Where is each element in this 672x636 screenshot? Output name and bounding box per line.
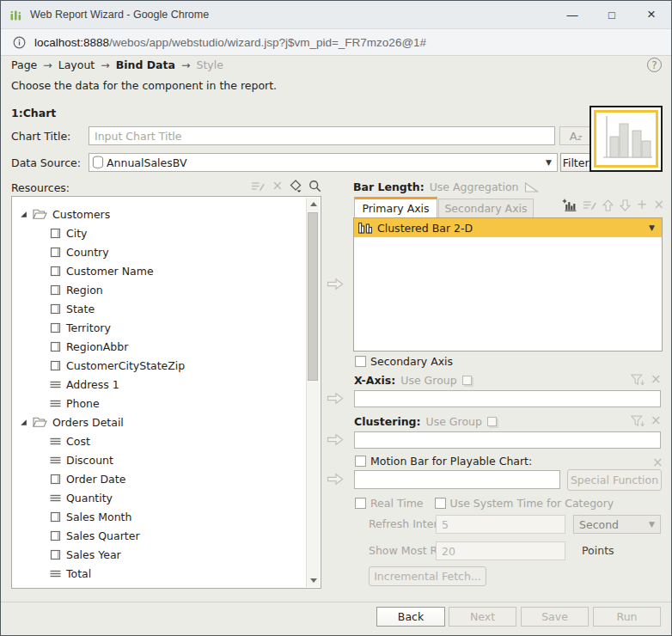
real-time-checkbox[interactable] [355, 498, 366, 509]
edit-list-icon[interactable] [583, 199, 596, 211]
transfer-arrow-icon[interactable] [327, 473, 344, 486]
chart-preview[interactable] [590, 106, 663, 172]
chart-type-selected-row[interactable]: Clustered Bar 2-D ▼ [354, 218, 662, 237]
tree-item-territory[interactable]: Territory [13, 318, 307, 337]
refresh-unit-select[interactable]: Second ▼ [573, 515, 661, 534]
clustering-tools: × [631, 414, 662, 427]
filter-funnel-icon[interactable] [631, 374, 645, 386]
incremental-fetch-button[interactable]: Incremental Fetch... [369, 566, 486, 586]
detail-field-icon [50, 379, 61, 390]
transfer-arrow-icon[interactable] [327, 278, 344, 290]
motion-bar-input[interactable] [354, 470, 560, 489]
scroll-down-button[interactable] [307, 574, 320, 587]
filter-funnel-icon[interactable] [631, 415, 645, 427]
tree-scrollbar[interactable] [306, 198, 320, 587]
edit-list-icon[interactable] [251, 180, 265, 193]
tree-item-discount[interactable]: Discount [13, 450, 307, 469]
transfer-arrow-icon[interactable] [327, 392, 344, 405]
footer-divider [1, 602, 671, 602]
tree-item-sales-quarter[interactable]: Sales Quarter [13, 526, 307, 545]
remove-icon[interactable]: × [652, 456, 663, 469]
step-bind-data[interactable]: Bind Data [116, 58, 175, 71]
data-source-label: Data Source: [11, 156, 81, 169]
clustering-input[interactable] [354, 431, 661, 449]
tab-primary-axis[interactable]: Primary Axis [354, 197, 437, 217]
remove-icon[interactable]: × [651, 414, 662, 427]
group-field-icon [50, 511, 61, 523]
tree-item-sales-year[interactable]: Sales Year [13, 545, 307, 564]
tree-item-label: Country [66, 246, 109, 259]
scrollbar-thumb[interactable] [308, 212, 318, 381]
dropdown-arrow-icon[interactable]: ▼ [546, 158, 552, 167]
step-page[interactable]: Page [11, 58, 37, 71]
tab-label: Secondary Axis [444, 202, 527, 215]
save-button[interactable]: Save [521, 607, 589, 627]
tree-item-phone[interactable]: Phone [13, 394, 307, 413]
back-button[interactable]: Back [376, 607, 445, 627]
remove-icon[interactable]: × [653, 199, 664, 211]
remove-icon[interactable]: × [272, 180, 283, 193]
x-axis-input[interactable] [354, 390, 661, 407]
group-field-icon [50, 303, 61, 315]
tab-secondary-axis[interactable]: Secondary Axis [438, 199, 534, 217]
clustered-bar-icon [357, 221, 373, 235]
dropdown-arrow-icon[interactable]: ▼ [649, 223, 655, 232]
tree-item-city[interactable]: City [13, 223, 307, 242]
tree-item-state[interactable]: State [13, 299, 307, 318]
motion-bar-checkbox[interactable] [355, 456, 366, 467]
remove-icon[interactable]: × [651, 373, 662, 386]
special-function-button[interactable]: Special Function [567, 469, 662, 491]
tree-item-total[interactable]: Total [13, 564, 307, 583]
tree-item-customer-name[interactable]: Customer Name [13, 261, 307, 280]
help-icon[interactable]: ? [647, 58, 662, 72]
refresh-interval-input[interactable] [436, 515, 565, 534]
expander-icon[interactable] [20, 419, 27, 426]
tree-item-quantity[interactable]: Quantity [13, 488, 307, 507]
url-text[interactable]: localhost:8888/webos/app/webstudio/wizar… [34, 36, 426, 49]
next-button[interactable]: Next [449, 607, 516, 627]
use-group-icon[interactable] [487, 417, 497, 426]
minimize-button[interactable]: — [553, 1, 592, 28]
secondary-axis-checkbox[interactable] [355, 356, 366, 367]
transfer-arrow-icon[interactable] [327, 433, 344, 446]
add-icon[interactable]: + [637, 199, 648, 211]
font-style-button[interactable]: Az [559, 126, 591, 145]
detail-field-icon [50, 568, 61, 579]
tree-item-regionabbr[interactable]: RegionAbbr [13, 337, 307, 356]
run-button[interactable]: Run [593, 607, 661, 627]
tree-item-order-date[interactable]: Order Date [13, 469, 307, 488]
tree-item-customercitystatezip[interactable]: CustomerCityStateZip [13, 356, 307, 375]
x-axis-label: X-Axis: [354, 374, 395, 387]
tree-item-address-1[interactable]: Address 1 [13, 375, 307, 394]
close-button[interactable]: × [632, 1, 671, 28]
tree-item-country[interactable]: Country [13, 242, 307, 261]
secondary-axis-label: Secondary Axis [370, 355, 453, 368]
step-style[interactable]: Style [196, 58, 223, 71]
chart-title-input[interactable] [89, 126, 555, 145]
data-source-select[interactable]: AnnualSalesBV ▼ [89, 153, 558, 172]
use-group-icon[interactable] [462, 376, 472, 385]
move-up-icon[interactable] [602, 199, 614, 211]
group-field-icon [50, 228, 61, 239]
tree-item-sales-month[interactable]: Sales Month [13, 507, 307, 526]
move-down-icon[interactable] [620, 199, 631, 211]
tree-item-orders-detail[interactable]: Orders Detail [13, 413, 307, 431]
tree-item-customers[interactable]: Customers [13, 205, 307, 223]
real-time-label: Real Time [370, 497, 424, 510]
expand-collapse-icon[interactable] [290, 180, 302, 193]
step-layout[interactable]: Layout [58, 58, 95, 71]
tree-item-cost[interactable]: Cost [13, 431, 307, 450]
use-aggregation-icon[interactable] [524, 181, 539, 193]
address-bar[interactable]: localhost:8888/webos/app/webstudio/wizar… [1, 29, 671, 56]
search-icon[interactable] [309, 180, 321, 193]
scroll-up-button[interactable] [307, 198, 320, 211]
add-chart-type-icon[interactable] [562, 199, 577, 211]
expander-icon[interactable] [20, 211, 27, 218]
maximize-button[interactable]: □ [592, 1, 632, 28]
title-bar[interactable]: Web Report Wizard - Google Chrome — □ × [1, 1, 671, 29]
tree-item[interactable] [13, 583, 307, 587]
tree-item-region[interactable]: Region [13, 280, 307, 299]
system-time-checkbox[interactable] [435, 498, 446, 509]
site-info-icon[interactable] [13, 36, 26, 49]
show-most-recent-input[interactable] [436, 541, 565, 560]
